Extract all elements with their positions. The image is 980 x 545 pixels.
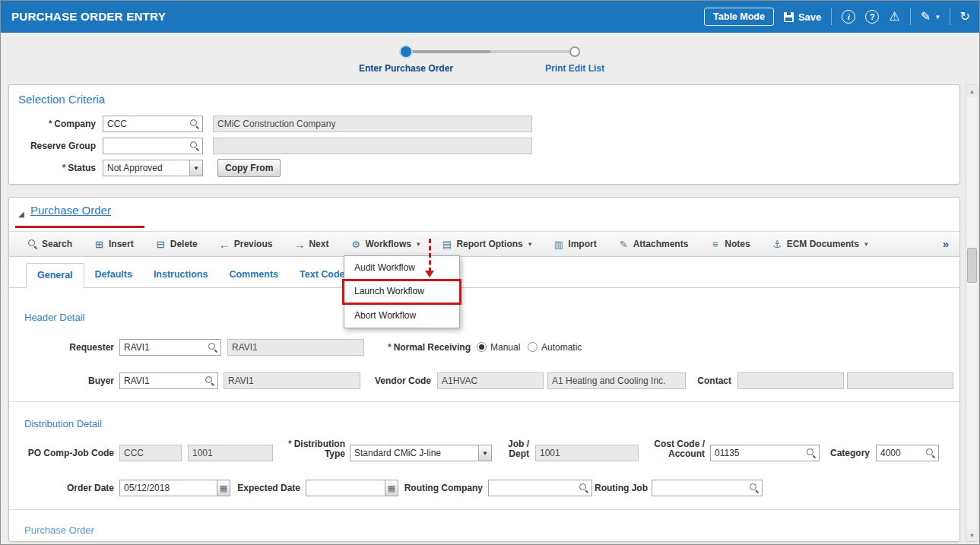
order-date-value: 05/12/2018: [124, 483, 217, 493]
selection-criteria-title: Selection Criteria: [18, 93, 105, 106]
radio-manual[interactable]: [477, 342, 487, 352]
menu-item-abort-workflow[interactable]: Abort Workflow: [344, 305, 459, 327]
tab-general[interactable]: General: [26, 263, 84, 288]
po-comp-job-code-label: PO Comp-Job Code: [9, 445, 114, 461]
dropdown-button[interactable]: ▼: [478, 445, 491, 461]
attachments-button[interactable]: ✎Attachments: [618, 239, 689, 249]
previous-button[interactable]: ←Previous: [219, 239, 273, 250]
tab-comments[interactable]: Comments: [218, 263, 289, 287]
status-value: Not Approved: [107, 163, 189, 173]
radio-automatic[interactable]: [528, 342, 538, 352]
chevron-down-icon: ▾: [417, 240, 420, 248]
radio-automatic-label[interactable]: Automatic: [541, 339, 582, 356]
tab-instructions[interactable]: Instructions: [143, 263, 219, 287]
arrow-left-icon: ←: [219, 239, 230, 250]
search-icon[interactable]: [208, 342, 218, 353]
company-label: *Company: [9, 116, 96, 132]
warning-icon[interactable]: ⚠: [889, 11, 899, 23]
train-stop-print-edit-list[interactable]: [569, 46, 580, 57]
date-picker-button[interactable]: ▦: [217, 480, 230, 496]
collapse-icon[interactable]: ◢: [18, 210, 24, 218]
search-icon[interactable]: [189, 119, 200, 129]
table-mode-button[interactable]: Table Mode: [704, 8, 774, 26]
scroll-down-button[interactable]: ▼: [966, 529, 978, 541]
company-input[interactable]: CCC: [103, 116, 203, 132]
normal-receiving-label: *Normal Receiving: [374, 339, 471, 356]
refresh-icon[interactable]: ↻: [960, 11, 970, 23]
header-actions: Table Mode Save i ? ⚠ ✎ ▾ ↻: [704, 1, 970, 33]
buyer-label: Buyer: [9, 372, 114, 389]
next-button[interactable]: →Next: [293, 239, 328, 250]
requester-input[interactable]: RAVI1: [119, 339, 221, 356]
search-icon[interactable]: [189, 141, 200, 151]
chevron-down-icon: ▾: [864, 240, 868, 248]
radio-manual-label[interactable]: Manual: [490, 339, 520, 356]
category-input[interactable]: 4000: [876, 445, 939, 461]
search-icon[interactable]: [925, 448, 936, 458]
company-value: CCC: [107, 119, 189, 129]
chevron-down-icon: ▼: [482, 450, 488, 457]
save-button[interactable]: Save: [784, 11, 821, 23]
info-icon[interactable]: i: [842, 10, 855, 24]
search-icon[interactable]: [749, 483, 760, 493]
expected-date-label: Expected Date: [230, 480, 300, 496]
buyer-description: RAVI1: [224, 372, 360, 389]
distribution-detail-title: Distribution Detail: [24, 418, 102, 429]
ecm-documents-button[interactable]: ⚓ECM Documents▾: [772, 239, 868, 249]
train-stop-enter-purchase-order[interactable]: [401, 46, 411, 57]
menu-item-launch-workflow[interactable]: Launch Workflow: [342, 279, 461, 305]
search-icon[interactable]: [806, 448, 817, 458]
requester-description: RAVI1: [227, 339, 364, 356]
date-picker-button[interactable]: ▦: [385, 480, 398, 496]
insert-button[interactable]: ⊞Insert: [94, 239, 134, 249]
routing-job-input[interactable]: [652, 480, 763, 496]
vertical-scrollbar[interactable]: ▲ ▼: [966, 84, 978, 542]
edit-icon[interactable]: ✎: [921, 11, 931, 23]
page-title: PURCHASE ORDER ENTRY: [11, 1, 166, 33]
import-button[interactable]: ▥Import: [553, 239, 596, 249]
menu-item-audit-workflow[interactable]: Audit Workflow: [344, 257, 459, 279]
reserve-group-input[interactable]: [103, 138, 203, 154]
purchase-order-title[interactable]: Purchase Order: [30, 204, 111, 217]
po-job-code-value: 1001: [188, 445, 273, 461]
toolbar-overflow-button[interactable]: »: [943, 232, 949, 256]
buyer-input[interactable]: RAVI1: [119, 372, 218, 389]
contact-value-2: [847, 372, 953, 389]
annotation-underline: [15, 226, 144, 228]
workflows-button[interactable]: ⚙Workflows▾: [350, 239, 420, 249]
purchase-order-subsection-title: Purchase Order: [24, 524, 94, 536]
notes-button[interactable]: ≡Notes: [709, 239, 750, 249]
chevron-down-icon[interactable]: ▾: [936, 13, 940, 21]
status-select[interactable]: Not Approved ▼: [103, 160, 203, 176]
distribution-type-select[interactable]: Standard CMiC J-line ▼: [350, 445, 492, 461]
help-icon[interactable]: ?: [865, 10, 879, 24]
report-options-button[interactable]: ▤Report Options▾: [441, 239, 531, 249]
search-button[interactable]: Search: [27, 239, 72, 249]
status-label: *Status: [9, 160, 96, 176]
dropdown-button[interactable]: ▼: [189, 160, 202, 176]
cost-code-input[interactable]: 01135: [710, 445, 820, 461]
copy-from-button[interactable]: Copy From: [217, 159, 281, 177]
requester-label: Requester: [9, 339, 114, 356]
attachment-icon: ✎: [618, 239, 630, 249]
chevron-down-icon: ▼: [193, 165, 199, 172]
order-date-input[interactable]: 05/12/2018 ▦: [119, 480, 230, 496]
distribution-type-label: *Distribution Type: [275, 439, 345, 459]
vendor-code-label: Vendor Code: [344, 372, 431, 389]
search-icon[interactable]: [205, 375, 215, 386]
save-icon: [784, 12, 794, 22]
calendar-icon: ▦: [220, 484, 227, 493]
search-icon[interactable]: [579, 483, 589, 493]
routing-company-input[interactable]: [488, 480, 592, 496]
divider: [9, 401, 959, 402]
requester-value: RAVI1: [124, 342, 208, 353]
scrollbar-thumb[interactable]: [967, 248, 977, 283]
delete-button[interactable]: ⊟Delete: [155, 239, 198, 249]
scroll-up-button[interactable]: ▲: [966, 85, 978, 97]
tab-defaults[interactable]: Defaults: [84, 263, 143, 287]
routing-company-label: Routing Company: [397, 480, 483, 496]
train-label-enter-purchase-order[interactable]: Enter Purchase Order: [334, 63, 478, 74]
expected-date-input[interactable]: ▦: [306, 480, 398, 496]
train-label-print-edit-list[interactable]: Print Edit List: [525, 63, 624, 74]
gear-icon: ⚙: [350, 239, 361, 249]
